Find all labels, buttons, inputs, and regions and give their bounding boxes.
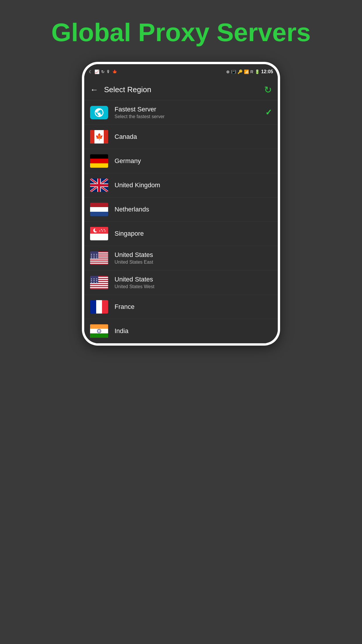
status-left: ☾ 📈 ↻ 🎙 🍁 [89, 69, 117, 74]
app-bar-title: Select Region [104, 85, 264, 94]
list-item-us-east[interactable]: ★ ★ ★ ★ ★ ★ ★ ★ ★ United States United S… [84, 246, 278, 270]
singapore-flag-svg: ✦ ✦ ✦ ✦ ✦ [90, 227, 108, 240]
svg-rect-43 [90, 333, 108, 338]
fastest-server-subtitle: Select the fastest server [115, 114, 265, 119]
svg-rect-1 [90, 130, 94, 144]
list-item-netherlands[interactable]: Netherlands [84, 197, 278, 222]
flag-india [90, 324, 108, 338]
status-bar: ☾ 📈 ↻ 🎙 🍁 ⊕ 📳 🔑 📶 R 🔋 12:05 [84, 64, 278, 79]
flag-uk [90, 178, 108, 192]
list-item-canada[interactable]: 🍁 Canada [84, 125, 278, 149]
netherlands-server-name: Netherlands [115, 206, 272, 213]
netherlands-server-info: Netherlands [115, 206, 272, 213]
india-flag-svg [90, 324, 108, 338]
back-button[interactable]: ← [90, 85, 98, 94]
svg-point-45 [99, 331, 100, 332]
us-east-server-info: United States United States East [115, 251, 272, 265]
uk-server-name: United Kingdom [115, 181, 272, 189]
list-item-india[interactable]: India [84, 319, 278, 343]
fastest-server-name: Fastest Server [115, 106, 265, 113]
flag-fastest [90, 106, 108, 119]
refresh-button[interactable]: ↻ [264, 84, 272, 95]
status-time: 12:05 [261, 69, 273, 74]
flag-canada: 🍁 [90, 130, 108, 144]
vpn-key-icon: 🔑 [238, 69, 242, 74]
signal-icon: R [250, 69, 253, 74]
svg-rect-25 [90, 262, 108, 264]
canada-server-name: Canada [115, 133, 272, 141]
globe-icon [94, 107, 104, 118]
singapore-server-name: Singapore [115, 230, 272, 237]
svg-text:★ ★ ★: ★ ★ ★ [91, 281, 97, 283]
india-server-name: India [115, 327, 272, 335]
status-right: ⊕ 📳 🔑 📶 R 🔋 12:05 [226, 69, 273, 74]
vibrate-icon: 📳 [231, 69, 236, 74]
us-west-server-info: United States United States West [115, 276, 272, 289]
list-item-uk[interactable]: United Kingdom [84, 173, 278, 197]
list-item-germany[interactable]: Germany [84, 149, 278, 173]
svg-rect-2 [104, 130, 108, 144]
singapore-server-info: Singapore [115, 230, 272, 237]
list-item-us-west[interactable]: ★ ★ ★ ★ ★ ★ ★ ★ ★ United States United S… [84, 270, 278, 295]
list-item-fastest[interactable]: Fastest Server Select the fastest server… [84, 100, 278, 125]
svg-rect-24 [90, 260, 108, 262]
canada-flag-svg: 🍁 [90, 130, 108, 144]
flag-france [90, 300, 108, 314]
flag-singapore: ✦ ✦ ✦ ✦ ✦ [90, 227, 108, 240]
us-west-flag-svg: ★ ★ ★ ★ ★ ★ ★ ★ ★ [90, 276, 108, 289]
canada-server-info: Canada [115, 133, 272, 141]
mic-off-icon: 🎙 [106, 69, 110, 74]
svg-text:✦ ✦: ✦ ✦ [101, 228, 105, 231]
app-bar: ← Select Region ↻ [84, 79, 278, 100]
germany-server-info: Germany [115, 157, 272, 165]
alarm-icon: ⊕ [226, 69, 230, 74]
server-list: Fastest Server Select the fastest server… [84, 100, 278, 343]
phone-screen: ☾ 📈 ↻ 🎙 🍁 ⊕ 📳 🔑 📶 R 🔋 12:05 ← Select Reg… [84, 64, 278, 343]
svg-point-16 [95, 228, 98, 232]
svg-rect-12 [90, 184, 108, 186]
flag-us-west: ★ ★ ★ ★ ★ ★ ★ ★ ★ [90, 276, 108, 289]
svg-rect-42 [90, 324, 108, 329]
india-server-info: India [115, 327, 272, 335]
svg-text:★ ★ ★: ★ ★ ★ [91, 257, 97, 259]
battery-icon: 🔋 [255, 69, 260, 74]
us-west-server-name: United States [115, 276, 272, 283]
svg-rect-23 [90, 258, 108, 260]
us-east-server-subtitle: United States East [115, 260, 272, 265]
list-item-singapore[interactable]: ✦ ✦ ✦ ✦ ✦ Singapore [84, 222, 278, 246]
fastest-server-info: Fastest Server Select the fastest server [115, 106, 265, 119]
germany-server-name: Germany [115, 157, 272, 165]
phone-frame: ☾ 📈 ↻ 🎙 🍁 ⊕ 📳 🔑 📶 R 🔋 12:05 ← Select Reg… [82, 62, 280, 346]
flag-netherlands [90, 203, 108, 216]
selected-checkmark: ✓ [265, 108, 272, 117]
list-item-france[interactable]: France [84, 295, 278, 319]
uk-flag-svg [90, 178, 108, 192]
leaf-icon: 🍁 [112, 69, 117, 74]
svg-rect-35 [90, 285, 108, 286]
svg-rect-36 [90, 287, 108, 288]
uk-server-info: United Kingdom [115, 181, 272, 189]
flag-us-east: ★ ★ ★ ★ ★ ★ ★ ★ ★ [90, 251, 108, 265]
sync-icon: ↻ [101, 69, 105, 74]
france-server-name: France [115, 303, 272, 311]
us-east-flag-svg: ★ ★ ★ ★ ★ ★ ★ ★ ★ [90, 251, 108, 265]
svg-rect-34 [90, 283, 108, 284]
moon-icon: ☾ [89, 69, 93, 74]
us-east-server-name: United States [115, 251, 272, 259]
svg-text:🍁: 🍁 [95, 133, 103, 141]
page-title: Global Proxy Servers [0, 0, 362, 56]
us-west-server-subtitle: United States West [115, 284, 272, 289]
france-server-info: France [115, 303, 272, 311]
flag-germany [90, 154, 108, 168]
wifi-off-icon: 📶 [244, 69, 249, 74]
chart-icon: 📈 [94, 69, 99, 74]
